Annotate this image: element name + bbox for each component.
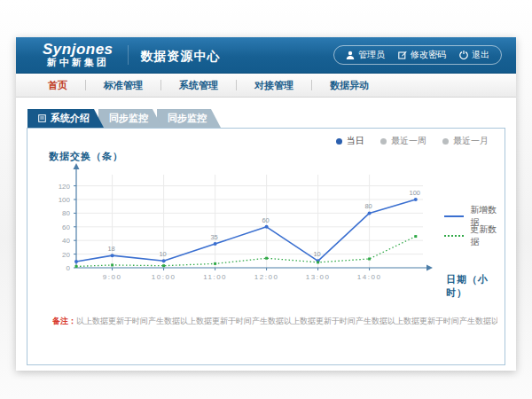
- svg-text:18: 18: [107, 245, 114, 253]
- tab-system-intro[interactable]: 系统介绍: [27, 109, 104, 128]
- nav-item-standard-mgmt[interactable]: 标准管理: [86, 79, 160, 92]
- tab-sync-monitor-1[interactable]: 同步监控: [98, 109, 162, 128]
- power-icon: [459, 51, 468, 59]
- svg-text:14:00: 14:00: [357, 273, 382, 281]
- admin-button[interactable]: 管理员: [346, 49, 385, 61]
- svg-text:60: 60: [262, 216, 269, 224]
- user-menu-label: 修改密码: [411, 49, 446, 61]
- document-icon: [38, 113, 46, 124]
- edit-icon: [398, 51, 407, 59]
- solid-line-icon: [444, 215, 464, 217]
- svg-text:100: 100: [59, 196, 71, 204]
- chart-legend: 新增数据 更新数据: [444, 207, 505, 246]
- footnote-label: 备注：: [52, 317, 76, 325]
- svg-text:10:00: 10:00: [152, 273, 176, 281]
- nav-item-data-changes[interactable]: 数据异动: [312, 79, 387, 92]
- nav-item-home[interactable]: 首页: [30, 79, 85, 92]
- brand-name-cn: 新中新集团: [43, 58, 113, 68]
- svg-text:35: 35: [210, 233, 217, 241]
- line-chart: 0204060801001209:0010:0011:0012:0013:001…: [27, 129, 505, 366]
- footnote: 备注：以上数据更新于时间产生数据以上数据更新于时间产生数据以上数据更新于时间产生…: [52, 316, 497, 327]
- footnote-text: 以上数据更新于时间产生数据以上数据更新于时间产生数据以上数据更新于时间产生数据以…: [76, 317, 497, 325]
- chart-panel: 当日 最近一周 最近一月 数据交换（条） 0204060801001209:00…: [27, 128, 505, 365]
- svg-text:12:00: 12:00: [254, 273, 279, 281]
- nav-item-integration-mgmt[interactable]: 对接管理: [237, 79, 311, 92]
- svg-text:13:00: 13:00: [306, 273, 331, 281]
- user-menu: 管理员 修改密码 退出: [333, 45, 502, 65]
- app-header: Synjones 新中新集团 数据资源中心 管理员 修改密码: [16, 37, 516, 74]
- tabs-row: 系统介绍 同步监控 同步监控: [27, 109, 505, 128]
- main-nav: 首页 标准管理 系统管理 对接管理 数据异动: [16, 74, 516, 98]
- brand-logo: Synjones 新中新集团: [43, 42, 113, 67]
- svg-text:60: 60: [62, 223, 70, 231]
- legend-updated-data: 更新数据: [444, 226, 505, 246]
- svg-text:80: 80: [364, 202, 372, 210]
- user-icon: [346, 51, 355, 59]
- svg-text:40: 40: [62, 237, 70, 245]
- tab-label: 同步监控: [109, 112, 148, 125]
- desktop-canvas: Synjones 新中新集团 数据资源中心 管理员 修改密码: [0, 0, 532, 399]
- page-title: 数据资源中心: [128, 45, 221, 65]
- svg-text:80: 80: [62, 209, 70, 217]
- svg-text:100: 100: [410, 189, 421, 197]
- logout-button[interactable]: 退出: [459, 49, 489, 61]
- nav-item-system-mgmt[interactable]: 系统管理: [161, 79, 236, 92]
- content-area: 系统介绍 同步监控 同步监控 当日 最近一周: [16, 98, 516, 365]
- brand-name: Synjones: [43, 42, 113, 58]
- change-password-button[interactable]: 修改密码: [398, 49, 446, 61]
- svg-text:20: 20: [62, 251, 70, 259]
- user-menu-label: 退出: [472, 49, 489, 61]
- legend-label: 更新数据: [470, 223, 505, 248]
- svg-text:9:00: 9:00: [103, 273, 122, 281]
- user-menu-label: 管理员: [358, 49, 385, 61]
- dotted-line-icon: [444, 235, 464, 237]
- svg-text:10: 10: [313, 250, 320, 258]
- svg-text:120: 120: [59, 183, 71, 191]
- tab-sync-monitor-2[interactable]: 同步监控: [157, 109, 221, 128]
- svg-text:10: 10: [159, 250, 166, 258]
- app-window: Synjones 新中新集团 数据资源中心 管理员 修改密码: [16, 37, 516, 371]
- tab-label: 同步监控: [168, 112, 207, 125]
- svg-text:11:00: 11:00: [203, 273, 227, 281]
- tab-label: 系统介绍: [51, 112, 90, 125]
- svg-text:0: 0: [66, 264, 71, 272]
- x-axis-label: 日期（小时）: [446, 273, 505, 300]
